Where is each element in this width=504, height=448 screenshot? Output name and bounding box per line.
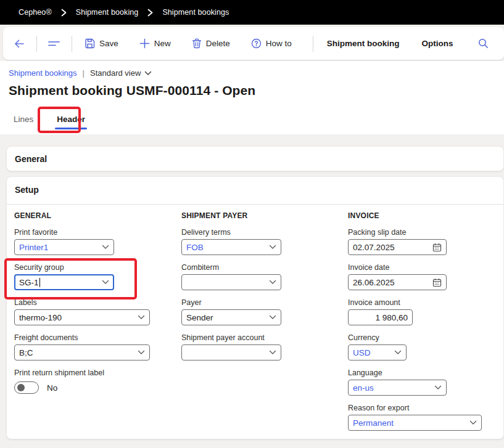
top-nav-bar: Cepheo® Shipment booking Shipment bookin…	[0, 0, 504, 25]
field-label: Shipment payer account	[181, 333, 336, 342]
topnav-item-shipment-bookings[interactable]: Shipment bookings	[162, 8, 229, 17]
toggle-knob	[17, 384, 25, 391]
field-print-return-label: Print return shipment label No	[14, 369, 162, 394]
combiterm-combobox[interactable]	[181, 274, 281, 290]
new-button[interactable]: New	[134, 35, 176, 52]
column-heading: GENERAL	[14, 211, 162, 220]
packing-slip-date-input[interactable]: 02.07.2025	[348, 239, 447, 255]
new-button-label: New	[154, 39, 171, 48]
field-delivery-terms: Delivery terms FOB	[181, 228, 336, 255]
field-label: Combiterm	[181, 263, 336, 272]
currency-combobox[interactable]: USD	[348, 344, 407, 360]
how-to-button-label: How to	[266, 39, 292, 48]
language-combobox[interactable]: en-us	[348, 380, 447, 396]
toolbar-divider	[36, 36, 37, 52]
chevron-down-icon[interactable]	[98, 245, 109, 250]
how-to-button[interactable]: How to	[246, 35, 297, 52]
chevron-down-icon[interactable]	[265, 315, 276, 320]
field-security-group: Security group SG-1	[14, 263, 162, 290]
brand-logo[interactable]: Cepheo®	[19, 8, 52, 17]
chevron-down-icon[interactable]	[265, 350, 276, 355]
view-selector[interactable]: Standard view	[90, 68, 152, 78]
tab-header[interactable]: Header	[56, 111, 86, 129]
topnav-item-shipment-booking[interactable]: Shipment booking	[76, 8, 139, 17]
shipment-payer-account-combobox[interactable]	[181, 344, 281, 360]
breadcrumb: Shipment bookings | Standard view	[9, 68, 152, 78]
back-button[interactable]	[9, 34, 29, 54]
field-label: Packing slip date	[348, 228, 496, 237]
field-value: FOB	[186, 243, 204, 252]
menu-shipment-booking[interactable]: Shipment booking	[321, 35, 406, 52]
field-currency: Currency USD	[348, 333, 496, 360]
invoice-date-input[interactable]: 26.06.2025	[348, 274, 447, 290]
field-reason-for-export: Reason for export Permanent	[348, 404, 496, 431]
lines-menu-icon	[48, 39, 60, 48]
section-general-title: General	[15, 154, 47, 164]
field-value: thermo-190	[19, 313, 62, 322]
chevron-down-icon[interactable]	[390, 350, 402, 355]
field-invoice-amount: Invoice amount 1 980,60	[348, 298, 496, 325]
field-value: USD	[353, 348, 371, 357]
field-label: Reason for export	[348, 404, 496, 412]
chevron-down-icon[interactable]	[134, 350, 145, 355]
chevron-down-icon[interactable]	[265, 280, 276, 285]
print-favorite-combobox[interactable]: Printer1	[14, 239, 114, 255]
tab-lines[interactable]: Lines	[12, 111, 35, 129]
form-column-invoice: INVOICE Packing slip date 02.07.2025 Inv…	[348, 211, 496, 439]
form-column-general: GENERAL Print favorite Printer1 Security…	[14, 211, 162, 402]
toggle-state-label: No	[47, 383, 57, 393]
save-button-label: Save	[99, 39, 118, 48]
field-label: Invoice date	[348, 263, 496, 272]
print-return-label-toggle[interactable]	[14, 381, 39, 394]
field-label: Currency	[348, 333, 496, 342]
reason-for-export-combobox[interactable]: Permanent	[348, 415, 482, 431]
delivery-terms-combobox[interactable]: FOB	[181, 239, 281, 255]
chevron-down-icon[interactable]	[134, 315, 145, 320]
section-setup-title[interactable]: Setup	[15, 185, 39, 195]
section-general[interactable]: General	[6, 146, 504, 171]
save-button[interactable]: Save	[80, 35, 123, 52]
field-combiterm: Combiterm	[181, 263, 336, 290]
chevron-down-icon[interactable]	[98, 280, 109, 285]
calendar-icon[interactable]	[429, 243, 442, 252]
field-label: Language	[348, 369, 496, 377]
field-value: 26.06.2025	[353, 278, 395, 287]
toolbar-divider	[72, 36, 72, 52]
delete-button-label: Delete	[206, 39, 230, 48]
form-column-shipment-payer: SHIPMENT PAYER Delivery terms FOB Combit…	[181, 211, 336, 369]
menu-options[interactable]: Options	[416, 35, 460, 52]
text-cursor	[39, 278, 40, 287]
field-packing-slip-date: Packing slip date 02.07.2025	[348, 228, 496, 255]
freight-documents-combobox[interactable]: B;C	[14, 344, 150, 360]
delete-button[interactable]: Delete	[187, 35, 235, 52]
column-heading: INVOICE	[348, 211, 496, 220]
tab-strip: Lines Header	[12, 111, 86, 129]
search-button[interactable]	[478, 38, 489, 49]
section-divider	[7, 204, 503, 205]
column-heading: SHIPMENT PAYER	[181, 211, 336, 220]
trash-icon	[192, 38, 202, 49]
chevron-down-icon[interactable]	[431, 385, 442, 390]
chevron-down-icon[interactable]	[265, 245, 276, 250]
security-group-combobox[interactable]: SG-1	[14, 274, 114, 290]
chevron-right-icon	[60, 9, 67, 17]
command-bar: Save New Delete How to Shipment booking …	[3, 27, 504, 60]
breadcrumb-link-shipment-bookings[interactable]: Shipment bookings	[9, 68, 77, 78]
field-invoice-date: Invoice date 26.06.2025	[348, 263, 496, 290]
field-label: Print favorite	[14, 228, 162, 237]
field-label: Freight documents	[14, 333, 162, 342]
page-title: Shipment booking USMF-000114 - Open	[9, 83, 255, 98]
calendar-icon[interactable]	[429, 278, 442, 287]
view-selector-label: Standard view	[90, 68, 141, 78]
chevron-down-icon[interactable]	[466, 420, 477, 425]
field-freight-documents: Freight documents B;C	[14, 333, 162, 360]
collapse-command-bar-button[interactable]	[44, 34, 64, 54]
labels-combobox[interactable]: thermo-190	[14, 309, 150, 325]
payer-combobox[interactable]: Sender	[181, 309, 281, 325]
field-value: Sender	[186, 313, 213, 322]
toolbar-divider	[313, 36, 313, 52]
field-value: en-us	[353, 383, 374, 393]
field-shipment-payer-account: Shipment payer account	[181, 333, 336, 360]
invoice-amount-input[interactable]: 1 980,60	[348, 309, 413, 325]
breadcrumb-separator: |	[83, 68, 85, 78]
